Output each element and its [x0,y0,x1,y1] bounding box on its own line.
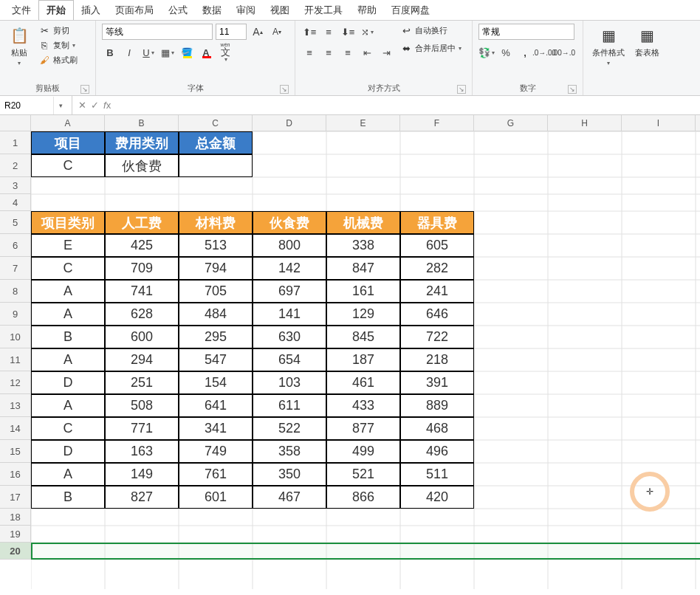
cell-D5[interactable]: 伙食费 [253,211,326,234]
italic-icon[interactable]: I [121,44,137,61]
row-header-16[interactable]: 16 [0,463,30,486]
cell-A16[interactable]: A [31,463,105,486]
cell-A15[interactable]: D [31,440,105,463]
row-header-13[interactable]: 13 [0,394,30,417]
underline-icon[interactable]: U [140,44,157,61]
align-bottom-icon[interactable]: ⬇≡ [340,24,356,40]
cell-C10[interactable]: 295 [179,326,253,348]
menu-tab-10[interactable]: 百度网盘 [384,1,437,20]
fill-color-icon[interactable]: 🪣 [179,44,195,61]
cell-A1[interactable]: 项目 [31,131,105,154]
cell-A13[interactable]: A [31,394,105,417]
cell-D17[interactable]: 467 [253,486,326,509]
cell-B6[interactable]: 425 [105,234,179,257]
indent-decrease-icon[interactable]: ⇤ [359,44,375,61]
cell-E15[interactable]: 499 [326,440,400,463]
merge-center-button[interactable]: ⬌合并后居中▾ [399,41,463,55]
row-header-2[interactable]: 2 [0,154,30,177]
dialog-launcher-icon[interactable]: ↘ [457,85,466,94]
phonetic-icon[interactable]: wén文 [217,44,233,61]
cell-C11[interactable]: 547 [179,348,253,371]
menu-tab-3[interactable]: 页面布局 [108,1,161,20]
orientation-icon[interactable]: ⤭ [359,24,375,40]
cell-F6[interactable]: 605 [400,234,474,257]
cell-B16[interactable]: 149 [105,463,179,486]
cell-A7[interactable]: C [31,257,105,280]
cell-C8[interactable]: 705 [179,280,253,303]
dialog-launcher-icon[interactable]: ↘ [568,85,577,94]
col-header-G[interactable]: G [474,115,548,131]
menu-tab-9[interactable]: 帮助 [350,1,384,20]
row-header-1[interactable]: 1 [0,131,30,154]
align-middle-icon[interactable]: ≡ [320,24,337,40]
cell-D16[interactable]: 350 [253,463,326,486]
align-right-icon[interactable]: ≡ [340,44,356,61]
cell-F5[interactable]: 器具费 [400,211,474,234]
cell-F13[interactable]: 889 [400,394,474,417]
menu-tab-4[interactable]: 公式 [161,1,195,20]
fx-icon[interactable]: fx [103,100,111,111]
cell-F7[interactable]: 282 [400,257,474,280]
menu-tab-8[interactable]: 开发工具 [297,1,350,20]
cell-F11[interactable]: 218 [400,348,474,371]
col-header-A[interactable]: A [31,115,105,131]
copy-button[interactable]: ⎘复制▾ [37,38,79,52]
number-format-select[interactable] [478,24,574,40]
cell-A9[interactable]: A [31,303,105,326]
cell-B2[interactable]: 伙食费 [105,154,179,177]
cell-E9[interactable]: 129 [326,303,400,326]
cell-E17[interactable]: 866 [326,486,400,509]
row-header-8[interactable]: 8 [0,280,30,303]
spreadsheet-grid[interactable]: ABCDEFGHI 123456789101112131415161718192… [0,115,700,595]
cell-C1[interactable]: 总金额 [179,131,253,154]
menu-tab-6[interactable]: 审阅 [229,1,263,20]
cell-F12[interactable]: 391 [400,371,474,394]
cell-C17[interactable]: 601 [179,486,253,509]
enter-formula-icon[interactable]: ✓ [91,100,99,111]
row-header-17[interactable]: 17 [0,486,30,509]
cell-D15[interactable]: 358 [253,440,326,463]
col-header-B[interactable]: B [105,115,179,131]
cell-E10[interactable]: 845 [326,326,400,348]
font-name-select[interactable] [102,24,213,40]
row-header-12[interactable]: 12 [0,371,30,394]
cell-B9[interactable]: 628 [105,303,179,326]
name-box[interactable]: ▾ [0,96,72,114]
indent-increase-icon[interactable]: ⇥ [378,44,394,61]
col-header-C[interactable]: C [179,115,253,131]
row-header-7[interactable]: 7 [0,257,30,280]
align-center-icon[interactable]: ≡ [320,44,337,61]
select-all-corner[interactable] [0,115,31,131]
cell-D14[interactable]: 522 [253,417,326,440]
cell-B13[interactable]: 508 [105,394,179,417]
cell-E5[interactable]: 机械费 [326,211,400,234]
cell-B11[interactable]: 294 [105,348,179,371]
table-format-button[interactable]: ▦ 套表格 [632,24,662,60]
borders-icon[interactable]: ▦ [159,44,176,61]
menu-tab-5[interactable]: 数据 [195,1,229,20]
cell-E14[interactable]: 877 [326,417,400,440]
cell-B8[interactable]: 741 [105,280,179,303]
col-header-F[interactable]: F [400,115,474,131]
wrap-text-button[interactable]: ↩自动换行 [399,24,463,37]
cell-D11[interactable]: 654 [253,348,326,371]
cell-A11[interactable]: A [31,348,105,371]
decrease-decimal-icon[interactable]: .00→.0 [555,44,572,61]
cell-E8[interactable]: 161 [326,280,400,303]
cell-C6[interactable]: 513 [179,234,253,257]
cell-E11[interactable]: 187 [326,348,400,371]
cell-B17[interactable]: 827 [105,486,179,509]
cell-C7[interactable]: 794 [179,257,253,280]
column-headers[interactable]: ABCDEFGHI [31,115,700,131]
cell-F9[interactable]: 646 [400,303,474,326]
comma-icon[interactable]: , [517,44,533,61]
cell-D12[interactable]: 103 [253,371,326,394]
cell-A8[interactable]: A [31,280,105,303]
cell-C14[interactable]: 341 [179,417,253,440]
menu-tab-7[interactable]: 视图 [263,1,297,20]
paste-button[interactable]: 📋 粘贴 ▾ [6,24,32,68]
cell-D6[interactable]: 800 [253,234,326,257]
increase-decimal-icon[interactable]: .0→.00 [536,44,552,61]
name-box-dropdown-icon[interactable]: ▾ [53,97,68,114]
row-header-11[interactable]: 11 [0,348,30,371]
